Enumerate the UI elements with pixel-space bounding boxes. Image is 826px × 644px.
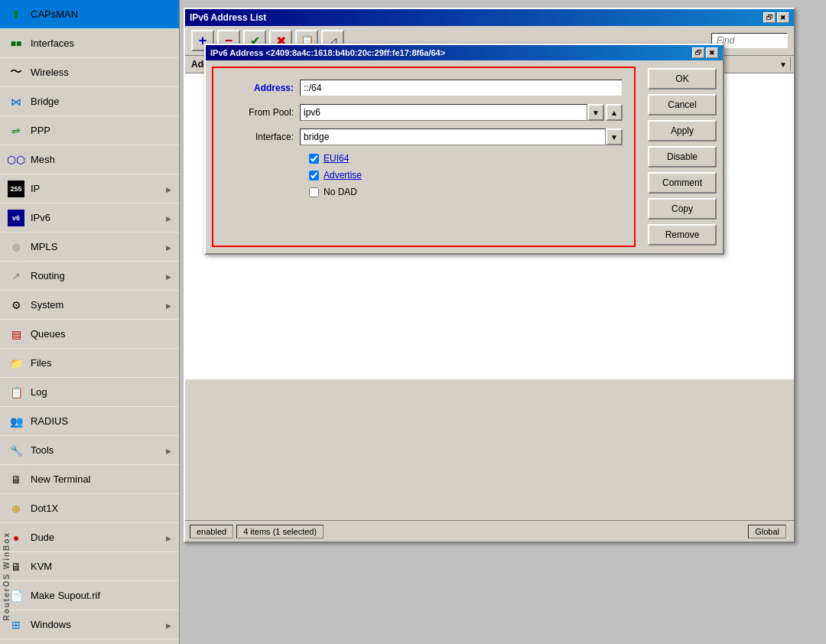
sidebar-item-log[interactable]: 📋 Log: [0, 378, 179, 407]
sidebar-item-label: IPv6: [31, 212, 166, 223]
mpls-icon: ◎: [8, 239, 24, 255]
from-pool-select[interactable]: ipv6: [300, 104, 587, 121]
sidebar-item-newterminal[interactable]: 🖥 New Terminal: [0, 465, 179, 494]
sidebar-item-label: Log: [31, 386, 47, 398]
sidebar-item-ppp[interactable]: ⇌ PPP: [0, 116, 179, 145]
sidebar-item-windows[interactable]: ⊞ Windows: [0, 610, 179, 639]
sidebar-item-radius[interactable]: 👥 RADIUS: [0, 407, 179, 436]
nodad-label: No DAD: [324, 187, 357, 197]
sidebar-item-label: RADIUS: [31, 415, 68, 427]
advertise-label[interactable]: Advertise: [324, 170, 362, 181]
sidebar-item-label: Wireless: [31, 67, 69, 78]
ipv6-address-dialog: IPv6 Address <2409:8a4c:1618:b4b0:20c:29…: [204, 44, 724, 255]
apply-button[interactable]: Apply: [648, 120, 717, 141]
ppp-icon: ⇌: [8, 122, 24, 139]
mpls-arrow: [166, 241, 171, 252]
radius-icon: 👥: [8, 413, 24, 430]
interface-row: Interface: bridge ▼: [225, 128, 623, 145]
sidebar-item-ipv6[interactable]: v6 IPv6: [0, 203, 179, 233]
sidebar: CAPsMAN ■■ Interfaces 〜 Wireless ⋈ Bridg…: [0, 0, 180, 644]
ipv6-list-titlebar: IPv6 Address List 🗗 ✖: [185, 9, 794, 26]
sidebar-item-capsm[interactable]: CAPsMAN: [0, 0, 179, 29]
dialog-titlebar-buttons: 🗗 ✖: [692, 47, 718, 58]
dialog-buttons: OK Cancel Apply Disable Comment Copy Rem…: [642, 60, 723, 253]
sidebar-item-files[interactable]: 📁 Files: [0, 349, 179, 378]
sidebar-item-system[interactable]: ⚙ System: [0, 291, 179, 320]
nodad-checkbox[interactable]: [309, 187, 319, 197]
sidebar-item-interfaces[interactable]: ■■ Interfaces: [0, 29, 179, 58]
status-bar: enabled 4 items (1 selected) Global: [185, 520, 794, 542]
sidebar-item-wireless[interactable]: 〜 Wireless: [0, 58, 179, 87]
sidebar-item-label: IP: [31, 183, 166, 194]
sidebar-item-label: New Terminal: [31, 473, 91, 485]
dialog-content: Address: From Pool: ipv6 ▼ ▲: [206, 60, 723, 253]
enabled-status: enabled: [190, 525, 233, 538]
sidebar-item-label: Mesh: [31, 154, 55, 165]
ok-button[interactable]: OK: [648, 68, 717, 89]
interface-select[interactable]: bridge: [300, 128, 606, 145]
disable-dialog-button[interactable]: Disable: [648, 146, 717, 168]
ipv6-dialog-title: IPv6 Address <2409:8a4c:1618:b4b0:20c:29…: [210, 48, 445, 57]
advertise-row: Advertise: [225, 170, 623, 181]
sidebar-item-label: Bridge: [31, 96, 60, 107]
sidebar-item-dot1x[interactable]: ⊕ Dot1X: [0, 494, 179, 523]
sidebar-item-label: PPP: [31, 125, 50, 136]
sidebar-item-dude[interactable]: ● Dude: [0, 523, 179, 552]
close-button[interactable]: ✖: [777, 12, 789, 23]
address-input[interactable]: [300, 80, 623, 96]
sidebar-item-label: Dot1X: [31, 503, 58, 514]
sidebar-item-queues[interactable]: ▤ Queues: [0, 320, 179, 349]
sidebar-item-tools[interactable]: 🔧 Tools: [0, 436, 179, 465]
advertise-checkbox[interactable]: [309, 171, 319, 181]
from-pool-dropdown-button[interactable]: ▼: [587, 104, 604, 121]
dialog-close-button[interactable]: ✖: [706, 47, 718, 58]
interfaces-icon: ■■: [8, 35, 24, 52]
routing-icon: ↗: [8, 268, 24, 285]
sidebar-item-label: MPLS: [31, 241, 166, 252]
interface-wrapper: bridge ▼: [300, 128, 623, 145]
sidebar-item-label: Make Supout.rif: [31, 590, 100, 601]
sidebar-item-bridge[interactable]: ⋈ Bridge: [0, 87, 179, 116]
address-row: Address:: [225, 80, 623, 96]
remove-dialog-button[interactable]: Remove: [648, 224, 717, 246]
bridge-icon: ⋈: [8, 93, 24, 110]
ipv6-list-window: IPv6 Address List 🗗 ✖ + − ✔ ✖ 📋: [184, 8, 795, 543]
nodad-row: No DAD: [225, 187, 623, 197]
log-icon: 📋: [8, 384, 24, 401]
from-pool-label: From Pool:: [225, 107, 294, 118]
files-icon: 📁: [8, 355, 24, 372]
eui64-label[interactable]: EUI64: [324, 153, 349, 164]
dot1x-icon: ⊕: [8, 500, 24, 517]
from-pool-up-button[interactable]: ▲: [606, 104, 623, 121]
sidebar-item-label: Tools: [31, 444, 166, 456]
capsm-icon: [8, 6, 24, 23]
sidebar-item-routing[interactable]: ↗ Routing: [0, 262, 179, 291]
sidebar-item-label: Routing: [31, 270, 166, 281]
sidebar-item-kvm[interactable]: 🖥 KVM: [0, 552, 179, 581]
sidebar-item-supout[interactable]: 📄 Make Supout.rif: [0, 581, 179, 610]
global-status: Global: [748, 525, 786, 538]
copy-button[interactable]: Copy: [648, 198, 717, 220]
dialog-restore-button[interactable]: 🗗: [692, 47, 704, 58]
ip-icon: 255: [8, 181, 24, 197]
main-content: IPv6 Address List 🗗 ✖ + − ✔ ✖ 📋: [180, 0, 826, 644]
sidebar-item-label: Windows: [31, 619, 166, 630]
tools-arrow: [166, 444, 171, 456]
interface-label: Interface:: [225, 132, 294, 142]
sidebar-item-label: KVM: [31, 561, 52, 572]
cancel-button[interactable]: Cancel: [648, 94, 717, 115]
system-arrow: [166, 299, 171, 311]
interface-dropdown-button[interactable]: ▼: [606, 128, 623, 145]
eui64-row: EUI64: [225, 153, 623, 164]
sidebar-item-ip[interactable]: 255 IP: [0, 174, 179, 203]
sidebar-item-mesh[interactable]: ⬡⬡ Mesh: [0, 145, 179, 174]
eui64-checkbox[interactable]: [309, 154, 319, 164]
restore-button[interactable]: 🗗: [763, 12, 776, 23]
comment-button[interactable]: Comment: [648, 172, 717, 194]
advertise-dropdown-icon[interactable]: ▼: [779, 60, 787, 69]
sidebar-item-mpls[interactable]: ◎ MPLS: [0, 233, 179, 262]
mesh-icon: ⬡⬡: [8, 151, 24, 168]
sidebar-item-label: Files: [31, 357, 51, 369]
routing-arrow: [166, 270, 171, 281]
ipv6-list-title: IPv6 Address List: [190, 12, 266, 23]
